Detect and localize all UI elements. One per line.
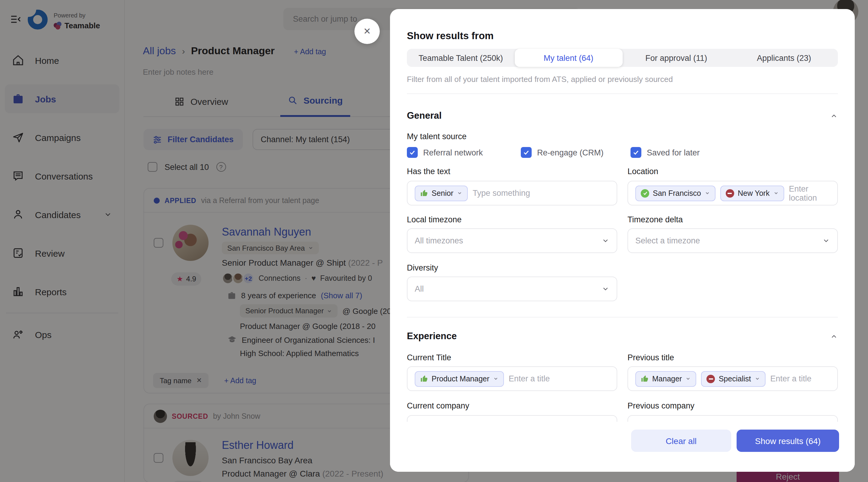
chevron-down-icon — [601, 285, 610, 293]
section-heading: General — [407, 110, 441, 121]
tab-teamable-talent[interactable]: Teamable Talent (250k) — [407, 49, 515, 67]
filter-modal: Show results from Teamable Talent (250k)… — [390, 9, 855, 472]
has-the-text-label: Has the text — [407, 167, 617, 176]
thumbs-up-icon — [420, 375, 428, 383]
location-label: Location — [627, 167, 838, 176]
modal-footer: Clear all Show results (64) — [390, 422, 855, 472]
divider — [407, 317, 838, 318]
include-chip-senior[interactable]: Senior — [415, 185, 468, 201]
tab-applicants[interactable]: Applicants (23) — [730, 49, 838, 67]
tab-my-talent[interactable]: My talent (64) — [515, 49, 623, 67]
talent-source-checkboxes: Referral network Re-engage (CRM) Saved f… — [407, 147, 838, 158]
current-company-label: Current company — [407, 401, 617, 411]
location-input[interactable]: San Francisco New York Enter location — [627, 181, 838, 205]
modal-helper-text: Filter from all of your talent imported … — [407, 75, 838, 84]
saved-for-later-checkbox[interactable] — [630, 147, 641, 158]
show-results-button[interactable]: Show results (64) — [737, 429, 839, 452]
chevron-up-icon[interactable] — [830, 332, 838, 340]
timezone-delta-label: Timezone delta — [627, 215, 838, 225]
close-icon: ✕ — [363, 26, 371, 37]
talent-source-label: My talent source — [407, 132, 838, 141]
chevron-down-icon — [822, 237, 830, 245]
local-timezone-label: Local timezone — [407, 215, 617, 225]
local-timezone-dropdown[interactable]: All timezones — [407, 228, 617, 253]
minus-circle-icon — [707, 375, 715, 383]
section-heading: Experience — [407, 331, 457, 342]
has-the-text-input[interactable]: Senior Type something — [407, 181, 617, 205]
minus-circle-icon — [726, 189, 734, 197]
timezone-delta-dropdown[interactable]: Select a timezone — [627, 228, 838, 253]
current-title-label: Current Title — [407, 353, 617, 363]
chevron-up-icon[interactable] — [830, 112, 838, 120]
previous-title-label: Previous title — [627, 353, 838, 363]
exclude-chip-new-york[interactable]: New York — [720, 185, 784, 201]
clear-all-button[interactable]: Clear all — [631, 429, 731, 452]
divider — [407, 93, 838, 94]
referral-network-checkbox[interactable] — [407, 147, 418, 158]
general-section-header: General — [407, 110, 838, 122]
thumbs-up-icon — [641, 375, 649, 383]
exclude-chip-specialist[interactable]: Specialist — [701, 371, 766, 386]
previous-company-label: Previous company — [627, 401, 838, 411]
diversity-label: Diversity — [407, 263, 617, 273]
current-title-input[interactable]: Product Manager Enter a title — [407, 366, 617, 391]
modal-title: Show results from — [407, 30, 838, 41]
re-engage-checkbox[interactable] — [521, 147, 532, 158]
include-chip-product-manager[interactable]: Product Manager — [415, 371, 504, 386]
app-window: Powered by Teamable Home — [0, 0, 868, 482]
chevron-down-icon — [601, 237, 610, 245]
include-chip-manager[interactable]: Manager — [635, 371, 696, 386]
check-circle-icon — [641, 189, 649, 197]
experience-section-header: Experience — [407, 330, 838, 342]
thumbs-up-icon — [420, 189, 428, 197]
diversity-dropdown[interactable]: All — [407, 277, 617, 301]
include-chip-san-francisco[interactable]: San Francisco — [635, 185, 715, 201]
previous-title-input[interactable]: Manager Specialist Enter a title — [627, 366, 838, 391]
previous-company-input[interactable] — [627, 415, 838, 422]
results-source-tabs: Teamable Talent (250k) My talent (64) Fo… — [407, 49, 838, 67]
modal-close-button[interactable]: ✕ — [354, 19, 380, 44]
current-company-input[interactable] — [407, 415, 617, 422]
tab-for-approval[interactable]: For approval (11) — [622, 49, 730, 67]
